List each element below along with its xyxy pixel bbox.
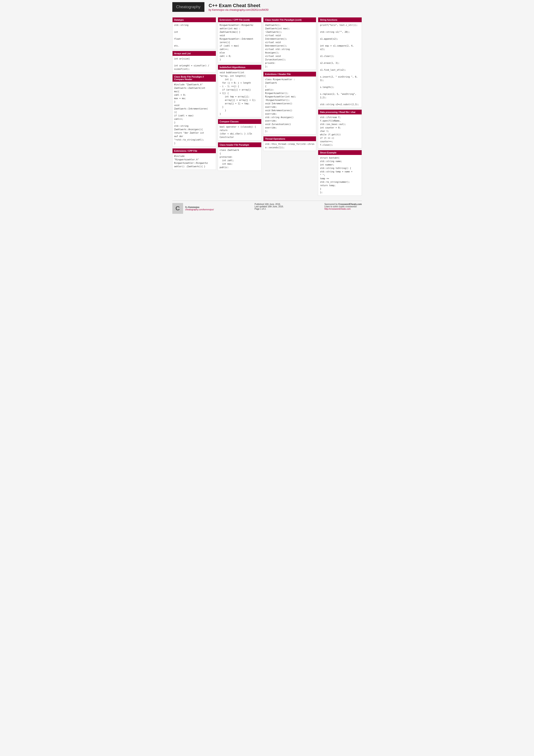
column-1: Datatyps std::string int float etc. Arra… bbox=[172, 17, 216, 172]
section-struct: Struct Example struct kontakt{ std::stri… bbox=[318, 150, 362, 196]
section-class-body-header: Class Body File Paradigm //Compare Heade… bbox=[172, 74, 216, 82]
page-subtitle: by Kemmojoo via cheatography.com/28261/c… bbox=[209, 9, 269, 12]
section-bubblesort-content: void bubblesort(int *array, int length){… bbox=[218, 69, 261, 117]
section-compare-classes: Compare Classes bool operator < (classob… bbox=[218, 119, 262, 141]
footer-sponsored-by: Sponsored by bbox=[324, 203, 338, 205]
section-class-header-paradigm-content: class Zaehlwerk { protected: int zahl; i… bbox=[218, 147, 261, 171]
section-data-processing: Data processing / Read file / char std::… bbox=[318, 109, 362, 148]
section-string-functions-content: printf("%s\n", text.c_str()); std::strin… bbox=[318, 22, 362, 108]
footer-page: Page 1 of 2. bbox=[255, 208, 284, 210]
logo-text: Cheatography bbox=[176, 5, 201, 9]
section-ext-cpp-cont-header: Extensions / CPP File (cont) bbox=[218, 17, 261, 22]
section-arrays-content: int ar[size] int arLenght = sizeof(ar) /… bbox=[172, 56, 216, 72]
footer-updated: Last updated 16th June, 2016. bbox=[255, 205, 284, 208]
section-struct-header: Struct Example bbox=[318, 150, 362, 155]
footer-sponsor: Sponsored by CrosswordCheats.com Learn t… bbox=[324, 203, 362, 210]
section-class-header-paradigm-header: Class header File Paradigm bbox=[218, 143, 261, 147]
section-ext-cpp-content: #include "Ringwerkzaehler.h" Ringwerkzae… bbox=[172, 153, 216, 170]
section-datatyps-header: Datatyps bbox=[172, 17, 216, 22]
page-footer: C By Kemmojoo cheatography.com/kemmojoo/… bbox=[172, 201, 362, 214]
section-ext-header-header: Extentions / Header File bbox=[264, 72, 316, 76]
footer-author-name: Kemmojoo bbox=[188, 206, 199, 208]
section-data-processing-header: Data processing / Read file / char bbox=[318, 110, 362, 115]
footer-author-info: By Kemmojoo cheatography.com/kemmojoo/ bbox=[185, 206, 214, 211]
logo: Cheatography bbox=[172, 2, 204, 12]
section-ext-cpp-cont: Extensions / CPP File (cont) Ringwerkzae… bbox=[218, 17, 262, 63]
section-data-processing-content: std::ifstream f; f.open(fileName, std::i… bbox=[318, 115, 362, 148]
section-ext-cpp-cont-content: Ringwerkzaehler::Ringwerkz aehler(int ma… bbox=[218, 22, 261, 63]
section-arrays: Arrays and List int ar[size] int arLengh… bbox=[172, 51, 216, 72]
page-header: Cheatography C++ Exam Cheat Sheet by Kem… bbox=[172, 2, 362, 14]
footer-sponsor-text: Learn to solve cryptic crosswords! bbox=[324, 205, 362, 208]
section-ext-cpp-header: Extensions / CPP File bbox=[172, 148, 216, 153]
section-ext-header: Extentions / Header File class Ringwerkz… bbox=[263, 71, 317, 134]
section-thread-ops-content: std::this_thread::sleep_for(std::chron o… bbox=[264, 141, 316, 150]
section-thread-ops-header: Thread Operations bbox=[264, 136, 316, 141]
section-datatyps-content: std::string int float etc. bbox=[172, 22, 216, 49]
section-datatyps: Datatyps std::string int float etc. bbox=[172, 17, 216, 49]
section-struct-content: struct kontakt{ std::string name; int nu… bbox=[318, 155, 362, 196]
section-string-functions: String functions printf("%s\n", text.c_s… bbox=[318, 17, 362, 108]
column-2: Extensions / CPP File (cont) Ringwerkzae… bbox=[218, 17, 262, 173]
footer-sponsor-link[interactable]: http://crosswordcheats.com bbox=[324, 208, 351, 210]
section-class-header-cont: Class header File Paradigm (cont) Zaehlw… bbox=[263, 17, 317, 70]
section-string-functions-header: String functions bbox=[318, 17, 362, 22]
footer-sponsor-label: Sponsored by CrosswordCheats.com bbox=[324, 203, 362, 205]
section-thread-ops: Thread Operations std::this_thread::slee… bbox=[263, 136, 317, 151]
section-class-header-cont-header: Class header File Paradigm (cont) bbox=[264, 17, 316, 22]
section-bubblesort: bubbleSort Algorithmus void bubblesort(i… bbox=[218, 65, 262, 117]
page-title: C++ Exam Cheat Sheet bbox=[209, 3, 269, 9]
column-3: Class header File Paradigm (cont) Zaehlw… bbox=[263, 17, 317, 152]
main-grid: Datatyps std::string int float etc. Arra… bbox=[172, 17, 362, 198]
footer-by-label: By bbox=[185, 206, 188, 208]
footer-logo-section: C By Kemmojoo cheatography.com/kemmojoo/ bbox=[172, 203, 214, 214]
section-compare-classes-content: bool operator < (classobj) { return (cVa… bbox=[218, 124, 261, 140]
footer-published: Published 16th June, 2016. bbox=[255, 203, 284, 205]
footer-author: By Kemmojoo bbox=[185, 206, 214, 208]
footer-c-icon: C bbox=[172, 203, 183, 214]
section-class-body: Class Body File Paradigm //Compare Heade… bbox=[172, 74, 216, 147]
section-compare-classes-header: Compare Classes bbox=[218, 119, 261, 124]
footer-dates: Published 16th June, 2016. Last updated … bbox=[255, 203, 284, 210]
footer-sponsor-name: CrosswordCheats.com bbox=[339, 203, 362, 205]
section-class-header-paradigm: Class header File Paradigm class Zaehlwe… bbox=[218, 142, 262, 171]
footer-author-link[interactable]: cheatography.com/kemmojoo/ bbox=[185, 208, 214, 211]
header-info: C++ Exam Cheat Sheet by Kemmojoo via che… bbox=[209, 3, 269, 12]
section-arrays-header: Arrays and List bbox=[172, 51, 216, 56]
column-4: String functions printf("%s\n", text.c_s… bbox=[318, 17, 362, 198]
section-class-body-content: #include "Zaehlwerk.h" Zaehlwerk::Zaehlw… bbox=[172, 82, 216, 146]
section-bubblesort-header: bubbleSort Algorithmus bbox=[218, 65, 261, 69]
section-ext-header-content: class Ringwerkzaehler : Zaehlwerk { publ… bbox=[264, 76, 316, 134]
section-ext-cpp: Extensions / CPP File #include "Ringwerk… bbox=[172, 148, 216, 170]
footer-c-letter: C bbox=[175, 205, 180, 212]
section-class-header-cont-content: Zaehlwerk(); Zaehlwerk(int max); ~Zaehlw… bbox=[264, 22, 316, 69]
